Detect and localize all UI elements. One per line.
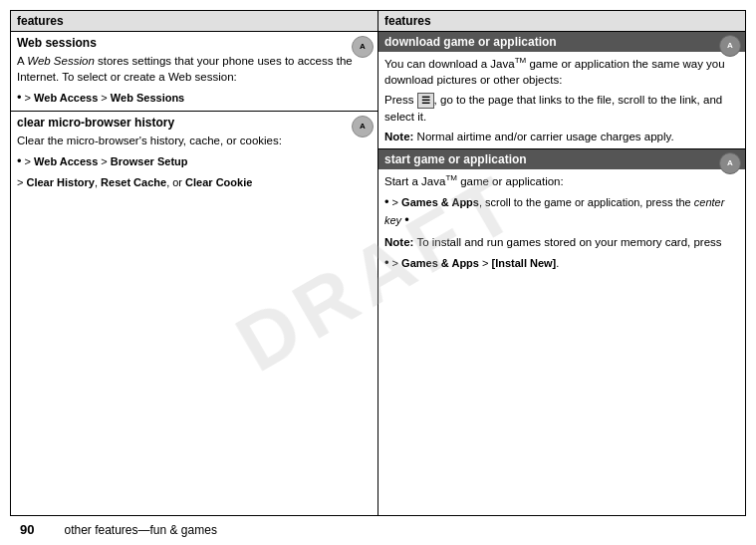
accessibility-icon: A	[360, 43, 366, 51]
nav-web-access-2: Web Access	[34, 155, 98, 167]
clear-browser-section: clear micro-browser history A Clear the …	[11, 112, 378, 194]
start-game-nav2: • > Games & Apps > [Install New].	[384, 254, 739, 272]
menu-key-button: ☰	[417, 93, 434, 109]
download-game-title: download game or application A	[378, 32, 745, 52]
start-game-body: Start a JavaTM game or application: • > …	[384, 172, 739, 272]
download-game-title-text: download game or application	[384, 35, 557, 49]
main-table: features Web sessions A A Web Session st…	[10, 10, 746, 516]
clear-browser-nav2: > Clear History, Reset Cache, or Clear C…	[17, 175, 372, 190]
web-sessions-body: A Web Session stores settings that your …	[17, 53, 372, 107]
start-game-nav: • > Games & Apps, scroll to the game or …	[384, 193, 739, 229]
nav-games-apps-1: Games & Apps	[401, 196, 479, 208]
page-number: 90	[20, 522, 34, 537]
nav-web-sessions: Web Sessions	[111, 92, 184, 104]
nav-bullet-1: •	[17, 90, 22, 105]
clear-browser-body: Clear the micro-browser's history, cache…	[17, 133, 372, 190]
nav-clear-cookie: Clear Cookie	[185, 176, 252, 188]
web-sessions-icon: A	[352, 36, 374, 58]
page-label: other features—fun & games	[64, 523, 216, 537]
download-game-icon: A	[719, 35, 741, 57]
download-game-body: You can download a JavaTM game or applic…	[384, 55, 739, 144]
right-column: features download game or application A …	[378, 11, 745, 515]
nav-bullet-4: •	[384, 255, 389, 270]
nav-install-new: [Install New]	[492, 257, 557, 269]
web-sessions-title: Web sessions	[17, 36, 372, 50]
left-column: features Web sessions A A Web Session st…	[11, 11, 378, 515]
download-game-instruction: Press ☰, go to the page that links to th…	[384, 92, 739, 125]
clear-browser-title: clear micro-browser history	[17, 116, 372, 130]
web-sessions-nav: • > Web Access > Web Sessions	[17, 89, 372, 107]
clear-browser-nav: • > Web Access > Browser Setup	[17, 152, 372, 170]
page-footer: 90 other features—fun & games	[10, 516, 746, 545]
start-game-icon: A	[719, 152, 741, 174]
nav-games-apps-2: Games & Apps	[401, 257, 479, 269]
start-game-title-text: start game or application	[384, 152, 527, 166]
web-sessions-section: Web sessions A A Web Session stores sett…	[11, 32, 378, 112]
nav-reset-cache: Reset Cache	[101, 176, 166, 188]
start-game-note: Note: To install and run games stored on…	[384, 234, 739, 250]
page-wrapper: features Web sessions A A Web Session st…	[0, 0, 756, 545]
start-game-title: start game or application A	[378, 149, 745, 169]
nav-web-access-1: Web Access	[34, 92, 98, 104]
web-session-term: Web Session	[27, 55, 95, 67]
nav-browser-setup: Browser Setup	[111, 155, 188, 167]
nav-bullet-3: •	[384, 194, 389, 209]
nav-bullet-2: •	[17, 153, 22, 168]
accessibility-icon-4: A	[727, 159, 733, 167]
left-col-header: features	[11, 11, 378, 32]
download-game-note: Note: Normal airtime and/or carrier usag…	[384, 129, 739, 144]
accessibility-icon-2: A	[360, 123, 366, 131]
accessibility-icon-3: A	[727, 42, 733, 50]
start-game-section: start game or application A Start a Java…	[378, 149, 745, 276]
download-game-section: download game or application A You can d…	[378, 32, 745, 149]
right-col-header: features	[378, 11, 745, 32]
nav-clear-history: Clear History	[26, 176, 94, 188]
nav-bullet-center: •	[404, 212, 409, 227]
